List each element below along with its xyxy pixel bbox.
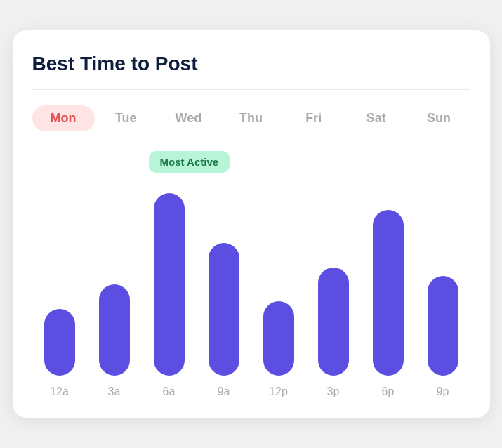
day-tab-sat[interactable]: Sat xyxy=(345,105,407,131)
bar-col-9p xyxy=(416,193,470,376)
bar-col-6p xyxy=(361,193,416,376)
bars-container xyxy=(32,193,470,376)
day-tab-fri[interactable]: Fri xyxy=(282,105,345,131)
day-tab-thu[interactable]: Thu xyxy=(220,105,282,131)
bar-col-12p xyxy=(251,193,306,376)
time-label-9a: 9a xyxy=(197,386,251,398)
day-tab-tue[interactable]: Tue xyxy=(95,105,157,131)
bar-3p xyxy=(318,268,349,376)
time-label-9p: 9p xyxy=(416,386,470,398)
bar-col-9a xyxy=(197,193,251,376)
bar-col-6a xyxy=(142,193,197,376)
bar-col-3a xyxy=(87,193,142,376)
bar-6p xyxy=(373,210,404,376)
chart-area: Most Active 12a3a6a9a12p3p6p9p xyxy=(32,151,470,398)
time-label-3p: 3p xyxy=(306,386,361,398)
page-title: Best Time to Post xyxy=(32,53,470,75)
time-labels: 12a3a6a9a12p3p6p9p xyxy=(32,386,470,398)
day-tab-wed[interactable]: Wed xyxy=(157,105,220,131)
card: Best Time to Post MonTueWedThuFriSatSun … xyxy=(13,30,490,418)
time-label-6p: 6p xyxy=(361,386,416,398)
bar-9a xyxy=(209,243,239,376)
time-label-12p: 12p xyxy=(251,386,306,398)
bar-9p xyxy=(428,276,458,376)
time-label-3a: 3a xyxy=(87,386,142,398)
most-active-badge: Most Active xyxy=(149,151,230,173)
bar-3a xyxy=(99,284,130,376)
bar-12a xyxy=(44,309,75,376)
bar-col-3p xyxy=(306,193,361,376)
bar-6a xyxy=(154,193,185,376)
bar-12p xyxy=(263,301,294,376)
divider xyxy=(32,89,470,90)
time-label-6a: 6a xyxy=(142,386,197,398)
time-label-12a: 12a xyxy=(32,386,87,398)
day-tab-sun[interactable]: Sun xyxy=(407,105,470,131)
day-tab-mon[interactable]: Mon xyxy=(32,105,95,131)
day-tabs: MonTueWedThuFriSatSun xyxy=(32,105,470,131)
bar-col-12a xyxy=(32,193,87,376)
